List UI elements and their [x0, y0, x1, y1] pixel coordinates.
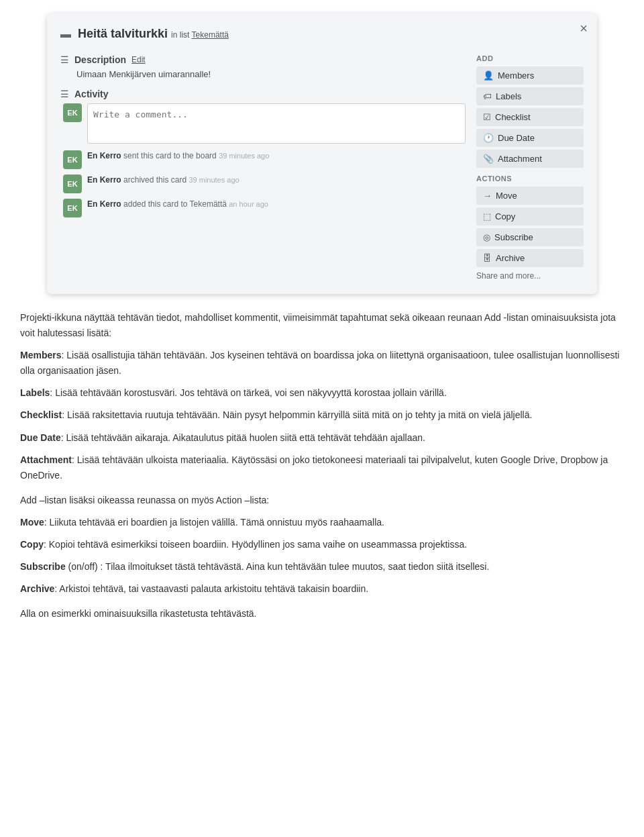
- intro-paragraph: Projekti-ikkuna näyttää tehtävän tiedot,…: [20, 310, 624, 341]
- duedate-button[interactable]: 🕐 Due Date: [476, 129, 584, 147]
- duedate-term: Due Date: [20, 432, 61, 443]
- card-icon: ▬: [60, 28, 71, 40]
- checklist-button[interactable]: ☑ Checklist: [476, 108, 584, 126]
- members-text: : Lisää osallistujia tähän tehtävään. Jo…: [20, 350, 619, 376]
- checklist-paragraph: Checklist: Lisää raksitettavia ruutuja t…: [20, 407, 624, 423]
- activity-avatar-2: EK: [63, 175, 82, 193]
- labels-button[interactable]: 🏷 Labels: [476, 87, 584, 105]
- share-link[interactable]: Share and more...: [476, 271, 584, 281]
- modal-right: Add 👤 Members 🏷 Labels ☑ Checklist 🕐 Due…: [476, 48, 584, 281]
- description-text: Uimaan Menkijärven uimarannalle!: [76, 69, 466, 79]
- activity-section: ☰ Activity EK EK En Kerro sent this card: [60, 89, 466, 217]
- copy-icon: ⬚: [483, 211, 491, 221]
- description-icon: ☰: [60, 54, 69, 65]
- card-header: ▬ Heitä talviturkki in list Tekemättä: [60, 27, 584, 41]
- list-link[interactable]: Tekemättä: [192, 30, 229, 40]
- members-paragraph: Members: Lisää osallistujia tähän tehtäv…: [20, 348, 624, 379]
- subscribe-paragraph: Subscribe (on/off) : Tilaa ilmoitukset t…: [20, 559, 624, 575]
- duedate-text: : Lisää tehtävään aikaraja. Aikataulutus…: [61, 432, 425, 443]
- copy-paragraph: Copy: Kopioi tehtävä esimerkiksi toiseen…: [20, 537, 624, 552]
- move-label: Move: [496, 191, 517, 201]
- comment-input[interactable]: [87, 103, 466, 144]
- footer-paragraph: Alla on esimerkki ominaisuuksilla rikast…: [20, 606, 624, 622]
- archive-term: Archive: [20, 583, 54, 594]
- labels-text: : Lisää tehtävään korostusväri. Jos teht…: [50, 387, 446, 398]
- checklist-icon: ☑: [483, 112, 491, 122]
- move-term: Move: [20, 517, 44, 528]
- card-modal: × ▬ Heitä talviturkki in list Tekemättä: [47, 13, 597, 294]
- attachment-icon: 📎: [483, 154, 494, 164]
- description-header: ☰ Description Edit: [60, 54, 466, 65]
- labels-label: Labels: [496, 91, 521, 101]
- add-section-title: Add: [476, 54, 584, 62]
- members-term: Members: [20, 350, 61, 360]
- activity-header: ☰ Activity: [60, 89, 466, 99]
- subscribe-button[interactable]: ◎ Subscribe: [476, 228, 584, 246]
- archive-icon: 🗄: [483, 253, 492, 263]
- attachment-paragraph: Attachment: Lisää tehtävään ulkoista mat…: [20, 452, 624, 483]
- checklist-label: Checklist: [495, 112, 531, 122]
- copy-label: Copy: [495, 211, 515, 221]
- attachment-label: Attachment: [498, 154, 542, 164]
- move-text: : Liikuta tehtävää eri boardien ja listo…: [44, 517, 384, 528]
- subscribe-label: Subscribe: [494, 232, 533, 242]
- labels-icon: 🏷: [483, 91, 492, 101]
- move-icon: →: [483, 191, 492, 201]
- comment-area: EK: [63, 103, 466, 144]
- in-list-label: in list Tekemättä: [171, 30, 229, 40]
- labels-term: Labels: [20, 387, 50, 398]
- activity-text-3: En Kerro added this card to Tekemättä an…: [87, 199, 268, 210]
- activity-icon: ☰: [60, 89, 69, 99]
- archive-label: Archive: [496, 253, 525, 263]
- attachment-text: : Lisää tehtävään ulkoista materiaalia. …: [20, 454, 608, 481]
- checklist-term: Checklist: [20, 409, 62, 420]
- card-title-text: Heitä talviturkki: [78, 27, 168, 40]
- subscribe-text: : Tilaa ilmoitukset tästä tehtävästä. Ai…: [101, 561, 490, 572]
- duedate-icon: 🕐: [483, 133, 494, 143]
- actions-section-title: Actions: [476, 175, 584, 183]
- move-paragraph: Move: Liikuta tehtävää eri boardien ja l…: [20, 515, 624, 530]
- activity-avatar-1: EK: [63, 150, 82, 169]
- archive-paragraph: Archive: Arkistoi tehtävä, tai vastaavas…: [20, 581, 624, 597]
- edit-link[interactable]: Edit: [131, 55, 146, 64]
- members-label: Members: [498, 70, 534, 81]
- activity-avatar-3: EK: [63, 199, 82, 217]
- activity-item-3: EK En Kerro added this card to Tekemättä…: [63, 199, 466, 217]
- activity-text-1: En Kerro sent this card to the board 39 …: [87, 150, 269, 162]
- modal-left: ☰ Description Edit Uimaan Menkijärven ui…: [60, 48, 466, 281]
- subscribe-qualifier: (on/off): [68, 561, 98, 572]
- archive-text: : Arkistoi tehtävä, tai vastaavasti pala…: [54, 583, 368, 594]
- copy-button[interactable]: ⬚ Copy: [476, 207, 584, 226]
- close-button[interactable]: ×: [580, 21, 588, 35]
- subscribe-term: Subscribe: [20, 561, 66, 572]
- activity-title: Activity: [74, 89, 109, 99]
- attachment-term: Attachment: [20, 454, 72, 465]
- modal-body: ☰ Description Edit Uimaan Menkijärven ui…: [60, 48, 584, 281]
- duedate-label: Due Date: [498, 133, 535, 143]
- activity-item-2: EK En Kerro archived this card 39 minute…: [63, 175, 466, 193]
- activity-item: EK En Kerro sent this card to the board …: [63, 150, 466, 169]
- attachment-button[interactable]: 📎 Attachment: [476, 150, 584, 168]
- members-button[interactable]: 👤 Members: [476, 66, 584, 85]
- subscribe-icon: ◎: [483, 232, 490, 242]
- members-icon: 👤: [483, 70, 494, 81]
- card-title-area: Heitä talviturkki in list Tekemättä: [78, 27, 584, 41]
- move-button[interactable]: → Move: [476, 187, 584, 205]
- description-title: Description: [74, 54, 126, 65]
- duedate-paragraph: Due Date: Lisää tehtävään aikaraja. Aika…: [20, 430, 624, 446]
- card-title: Heitä talviturkki in list Tekemättä: [78, 27, 584, 41]
- labels-paragraph: Labels: Lisää tehtävään korostusväri. Jo…: [20, 385, 624, 401]
- comment-avatar: EK: [63, 103, 82, 122]
- copy-text: : Kopioi tehtävä esimerkiksi toiseen boa…: [44, 539, 467, 550]
- checklist-text: : Lisää raksitettavia ruutuja tehtävään.…: [62, 409, 532, 420]
- text-content: Projekti-ikkuna näyttää tehtävän tiedot,…: [0, 294, 644, 648]
- action-intro-paragraph: Add –listan lisäksi oikeassa reunassa on…: [20, 493, 624, 508]
- modal-wrapper: × ▬ Heitä talviturkki in list Tekemättä: [0, 0, 644, 294]
- activity-text-2: En Kerro archived this card 39 minutes a…: [87, 175, 239, 186]
- copy-term: Copy: [20, 539, 44, 550]
- archive-button[interactable]: 🗄 Archive: [476, 249, 584, 267]
